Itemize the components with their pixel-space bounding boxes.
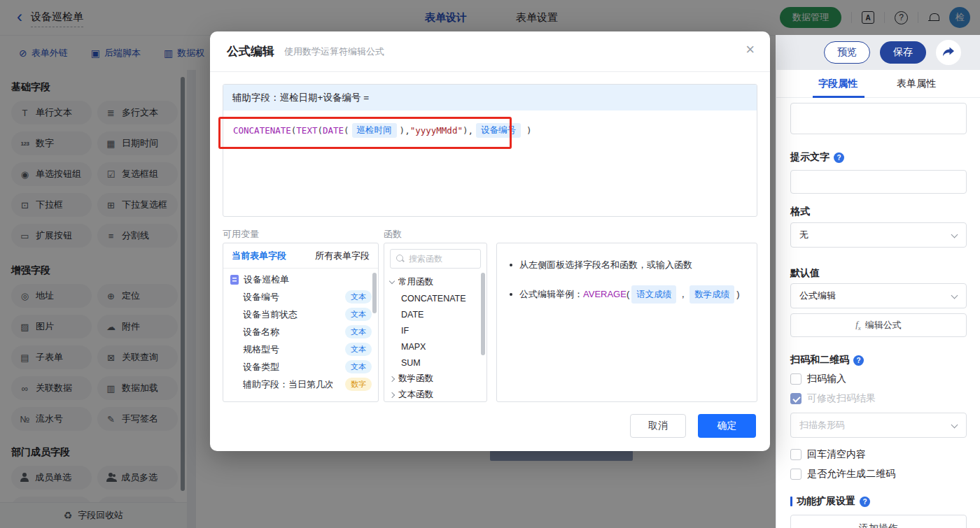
search-placeholder: 搜索函数 xyxy=(409,253,442,265)
chevron-down-icon xyxy=(951,292,958,299)
default-value-label: 默认值 xyxy=(790,267,820,280)
functions-scrollbar[interactable] xyxy=(481,273,485,355)
formula-paren: ) xyxy=(400,125,405,136)
type-badge: 数字 xyxy=(345,378,372,391)
variable-row[interactable]: 设备编号 文本 xyxy=(223,288,378,306)
tab-field-properties[interactable]: 字段属性 xyxy=(818,78,858,90)
formula-string: "yyyyMMdd" xyxy=(410,125,463,136)
variable-row[interactable]: 设备名称 文本 xyxy=(223,323,378,341)
chevron-right-icon xyxy=(389,392,395,397)
variables-label: 可用变量 xyxy=(223,228,259,241)
allow-qrcode-checkbox[interactable]: 是否允许生成二维码 xyxy=(790,468,895,480)
tip-line: 从左侧面板选择字段名和函数，或输入函数 xyxy=(510,257,744,273)
variables-tree-root[interactable]: 设备巡检单 xyxy=(223,269,378,288)
form-doc-icon xyxy=(230,275,239,285)
confirm-button[interactable]: 确定 xyxy=(698,414,756,438)
function-group-text[interactable]: 文本函数 xyxy=(384,387,486,402)
default-value-select[interactable]: 公式编辑 xyxy=(790,283,967,308)
function-group-math[interactable]: 数学函数 xyxy=(384,371,486,387)
help-icon[interactable]: ? xyxy=(860,497,870,507)
example-field-pill: 语文成绩 xyxy=(631,285,676,304)
type-badge: 文本 xyxy=(345,360,372,373)
bullet-dot xyxy=(510,264,512,266)
variable-row[interactable]: 设备类型 文本 xyxy=(223,358,378,376)
scan-input-checkbox[interactable]: 扫码输入 xyxy=(790,373,846,385)
checkbox-unchecked[interactable] xyxy=(790,469,802,480)
variables-panel: 当前表单字段 所有表单字段 设备巡检单 设备编号 文本 设备当前状态 文本 设备… xyxy=(223,243,379,402)
title-input[interactable] xyxy=(790,103,967,134)
type-badge: 文本 xyxy=(345,290,372,304)
formula-expression[interactable]: CONCATENATE(TEXT(DATE(巡检时间),"yyyyMMdd"),… xyxy=(223,110,757,138)
formula-paren: ( xyxy=(344,125,349,136)
bullet-dot xyxy=(510,293,512,296)
tab-form-properties[interactable]: 表单属性 xyxy=(897,78,936,90)
chevron-right-icon xyxy=(389,376,395,381)
function-search-input[interactable]: 搜索函数 xyxy=(390,249,481,269)
share-arrow-icon xyxy=(942,47,955,58)
checkbox-checked[interactable] xyxy=(790,393,802,404)
close-icon[interactable]: × xyxy=(746,42,755,57)
variable-row[interactable]: 规格型号 文本 xyxy=(223,341,378,358)
chevron-down-icon xyxy=(951,231,958,238)
share-button[interactable] xyxy=(936,40,961,65)
formula-paren: ( xyxy=(317,125,323,136)
add-action-button[interactable]: 添加操作 xyxy=(790,515,967,528)
type-badge: 文本 xyxy=(345,325,372,338)
fx-icon: fx xyxy=(855,319,861,331)
formula-field-pill[interactable]: 设备编号 xyxy=(476,123,521,138)
formula-editor[interactable]: 辅助字段：巡检日期+设备编号 = CONCATENATE(TEXT(DATE(巡… xyxy=(223,84,757,217)
help-icon[interactable]: ? xyxy=(834,152,844,163)
save-button[interactable]: 保存 xyxy=(880,41,926,64)
modal-overlay-top xyxy=(0,0,980,35)
function-item[interactable]: MAPX xyxy=(384,338,486,355)
modal-title: 公式编辑 xyxy=(227,43,274,59)
formula-function: DATE xyxy=(323,125,344,136)
example-field-pill: 数学成绩 xyxy=(690,285,734,304)
active-tab-indicator xyxy=(813,96,864,98)
formula-function: TEXT xyxy=(296,125,317,136)
type-badge: 文本 xyxy=(345,343,372,356)
function-item[interactable]: SUM xyxy=(384,355,486,371)
formula-target-bar: 辅助字段：巡检日期+设备编号 = xyxy=(223,85,757,110)
formula-paren: ) xyxy=(463,125,468,136)
edit-formula-button[interactable]: fx 编辑公式 xyxy=(790,313,967,337)
formula-edit-modal: 公式编辑 使用数学运算符编辑公式 × 辅助字段：巡检日期+设备编号 = CONC… xyxy=(210,31,770,451)
extension-settings-section: 功能扩展设置 ? xyxy=(790,495,870,508)
variables-scrollbar[interactable] xyxy=(372,273,377,313)
checkbox-unchecked[interactable] xyxy=(790,373,802,385)
example-function: AVERAGE xyxy=(583,287,626,302)
tab-all-form-fields[interactable]: 所有表单字段 xyxy=(315,250,370,262)
checkbox-unchecked[interactable] xyxy=(790,449,802,460)
modify-scan-result-checkbox[interactable]: 可修改扫码结果 xyxy=(790,392,876,405)
functions-panel: 搜索函数 常用函数 CONCATENATE DATE IF MAPX SUM 数… xyxy=(384,243,487,402)
cancel-button[interactable]: 取消 xyxy=(630,414,686,438)
format-select[interactable]: 无 xyxy=(790,222,967,248)
formula-paren: ( xyxy=(291,125,297,136)
tab-current-form-fields[interactable]: 当前表单字段 xyxy=(232,250,286,262)
help-icon[interactable]: ? xyxy=(853,355,864,366)
search-icon xyxy=(396,255,405,263)
form-action-bar: 预览 保存 xyxy=(776,35,980,70)
function-item[interactable]: DATE xyxy=(384,306,486,322)
hint-text-input[interactable] xyxy=(790,170,967,194)
property-panel: 字段属性 表单属性 提示文字 ? 格式 无 默认值 公式编辑 fx 编辑公式 扫… xyxy=(776,70,980,528)
functions-label: 函数 xyxy=(384,228,402,241)
section-accent-bar xyxy=(790,497,792,506)
chevron-down-icon xyxy=(951,422,958,429)
enter-clear-checkbox[interactable]: 回车清空内容 xyxy=(790,448,866,461)
formula-comma: , xyxy=(468,125,473,136)
variable-row[interactable]: 辅助字段：当日第几次... 数字 xyxy=(223,376,378,393)
modal-subtitle: 使用数学运算符编辑公式 xyxy=(284,45,384,58)
function-item[interactable]: IF xyxy=(384,322,486,338)
variable-row[interactable]: 设备当前状态 文本 xyxy=(223,306,378,323)
formula-function: CONCATENATE xyxy=(233,125,291,136)
format-label: 格式 xyxy=(790,206,810,218)
chevron-down-icon xyxy=(389,278,395,284)
tip-line: 公式编辑举例： AVERAGE ( 语文成绩 ， 数学成绩 ) xyxy=(510,285,744,304)
function-group-common[interactable]: 常用函数 xyxy=(384,274,486,290)
formula-comma: , xyxy=(405,125,410,136)
function-item[interactable]: CONCATENATE xyxy=(384,290,486,306)
preview-button[interactable]: 预览 xyxy=(824,41,870,64)
formula-help-panel: 从左侧面板选择字段名和函数，或输入函数 公式编辑举例： AVERAGE ( 语文… xyxy=(496,243,757,402)
formula-field-pill[interactable]: 巡检时间 xyxy=(352,123,397,138)
